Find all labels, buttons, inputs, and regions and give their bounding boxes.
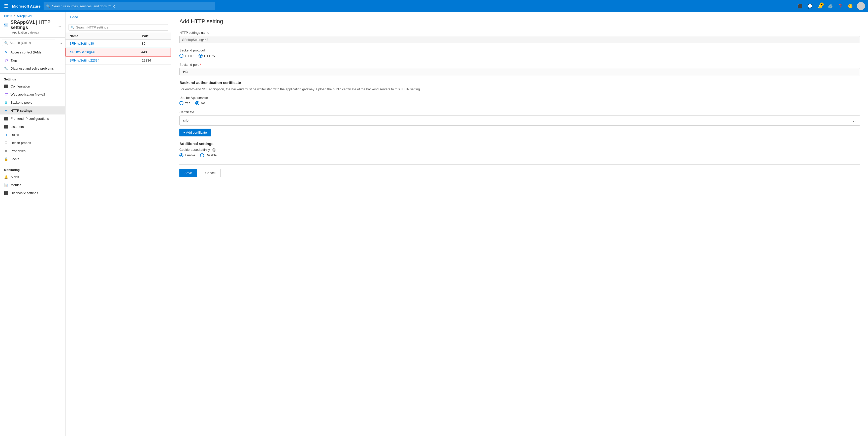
sidebar-item-label-diagnose: Diagnose and solve problems [10,66,54,70]
list-table: Name Port SRHttpSetting80 80 SRHttpSetti… [65,32,171,436]
breadcrumb-home[interactable]: Home [4,14,12,18]
global-search[interactable]: 🔍 [43,2,215,10]
sidebar-item-diagnose[interactable]: 🔧 Diagnose and solve problems [0,64,65,72]
sidebar-item-label-access-control: Access control (IAM) [10,51,41,54]
form-actions: Save Cancel [179,165,860,177]
sidebar-item-health-probes[interactable]: ♡ Health probes [0,139,65,147]
cert-more-icon[interactable]: ... [851,118,856,123]
sidebar-item-label-tags: Tags [10,58,18,62]
sidebar-item-configuration[interactable]: ⬛ Configuration [0,82,65,90]
sidebar-item-locks[interactable]: 🔒 Locks [0,155,65,163]
save-button[interactable]: Save [179,169,197,177]
sidebar-item-frontend-ip[interactable]: ⬛ Frontend IP configurations [0,115,65,122]
shield-icon: 🛡 [4,92,8,96]
cloud-shell-icon[interactable]: ⬛ [796,1,805,10]
table-cell-name-1: SRHttpSetting443 [70,50,141,54]
app-service-no-radio[interactable]: No [195,101,205,105]
content-area: + Add 🔍 Name Port SRHttpSetting80 80 SRH… [65,12,868,436]
sidebar-item-listeners[interactable]: ⬛ Listeners [0,122,65,130]
sidebar-item-rules[interactable]: ⬆ Rules [0,130,65,139]
topbar-icons: ⬛ 💬 🔔 4 ⚙️ ❓ 😊 [796,1,865,10]
http-settings-icon: ≡ [4,109,8,113]
col-name-header: Name [69,34,142,38]
sidebar-item-alerts[interactable]: 🔔 Alerts [0,173,65,181]
protocol-http-radio[interactable]: HTTP [179,54,193,58]
breadcrumb-resource[interactable]: SRAppGV1 [17,14,32,18]
sidebar-collapse-icon[interactable]: « [57,40,65,46]
hamburger-icon[interactable]: ☰ [3,2,9,10]
sidebar-item-label-backend-pools: Backend pools [10,100,32,105]
cancel-button[interactable]: Cancel [200,169,221,177]
sidebar-item-backend-pools[interactable]: ⊞ Backend pools [0,98,65,107]
affinity-enable-radio[interactable]: Enable [179,153,195,157]
settings-icon[interactable]: ⚙️ [826,1,835,10]
http-settings-name-input[interactable] [179,36,860,43]
sidebar-item-http-settings[interactable]: ≡ HTTP settings [0,107,65,115]
backend-pools-icon: ⊞ [4,100,8,105]
sidebar-item-label-frontend-ip: Frontend IP configurations [10,117,49,120]
affinity-disable-radio[interactable]: Disable [200,153,216,157]
list-search-input[interactable] [76,26,166,29]
form-group-backend-port: Backend port * [179,63,860,76]
table-row[interactable]: SRHttpSetting80 80 [65,39,171,48]
feedback-icon[interactable]: 💬 [806,1,814,10]
help-icon[interactable]: ❓ [836,1,845,10]
protocol-https-radio[interactable]: HTTPS [198,54,215,58]
add-certificate-button[interactable]: + Add certificate [179,128,211,137]
settings-section-label: Settings [0,75,65,82]
app-service-yes-radio[interactable]: Yes [179,101,190,105]
breadcrumb: Home > SRAppGV1 [4,14,61,18]
col-port-header: Port [142,34,167,38]
sidebar-item-label-diagnostic: Diagnostic settings [10,191,38,195]
wrench-icon: 🔧 [4,66,8,70]
resource-more-icon[interactable]: ... [57,23,61,28]
properties-icon: ≡ [4,149,8,153]
sidebar-item-metrics[interactable]: 📊 Metrics [0,181,65,189]
access-control-icon: ✕ [4,50,8,54]
affinity-disable-circle [200,153,204,157]
sidebar-search[interactable]: 🔍 [2,39,55,46]
resource-header: SRAppGV1 | HTTP settings ... Application… [0,18,65,37]
protocol-http-label: HTTP [185,54,193,58]
breadcrumb-sep: > [13,14,16,18]
list-search[interactable]: 🔍 [68,24,168,30]
sidebar-item-label-configuration: Configuration [10,85,30,88]
tag-icon: 🏷 [4,58,8,62]
sidebar-search-input[interactable] [9,41,53,45]
app-service-radio-group: Yes No [179,101,860,105]
table-row[interactable]: SRHttpSetting22334 22334 [65,57,171,64]
protocol-http-circle [179,54,183,58]
affinity-enable-label: Enable [185,153,195,157]
sidebar-item-label-http-settings: HTTP settings [10,109,32,113]
sidebar-item-tags[interactable]: 🏷 Tags [0,56,65,64]
table-row-selected[interactable]: SRHttpSetting443 443 [65,48,171,57]
frontend-ip-icon: ⬛ [4,116,8,120]
cookie-affinity-info-icon[interactable]: ⓘ [212,148,215,152]
diagnostic-icon: ⬛ [4,191,8,195]
search-icon: 🔍 [46,4,50,8]
smiley-icon[interactable]: 😊 [846,1,855,10]
sidebar-item-properties[interactable]: ≡ Properties [0,147,65,155]
notification-icon[interactable]: 🔔 4 [815,1,825,10]
sidebar-item-label-alerts: Alerts [10,175,19,179]
sidebar-item-label-metrics: Metrics [10,183,21,187]
affinity-enable-circle [179,153,183,157]
user-avatar[interactable] [857,2,865,10]
sidebar-item-label-health-probes: Health probes [10,141,31,145]
sidebar-item-label-locks: Locks [10,157,19,161]
sidebar-item-access-control[interactable]: ✕ Access control (IAM) [0,48,65,56]
table-cell-port-0: 80 [142,41,167,46]
detail-panel: Add HTTP setting HTTP settings name Back… [171,12,868,436]
protocol-https-circle [198,54,203,58]
resource-title-row: SRAppGV1 | HTTP settings ... [4,20,61,30]
monitoring-section-label: Monitoring [0,165,65,173]
global-search-input[interactable] [52,4,212,8]
app-service-no-label: No [201,101,205,105]
backend-port-input[interactable] [179,68,860,76]
sidebar-item-label-properties: Properties [10,149,26,153]
sidebar-item-label-rules: Rules [10,133,19,137]
sidebar-item-waf[interactable]: 🛡 Web application firewall [0,90,65,98]
add-button[interactable]: + Add [69,15,78,19]
cookie-affinity-radio-group: Enable Disable [179,153,860,157]
sidebar-item-diagnostic-settings[interactable]: ⬛ Diagnostic settings [0,189,65,197]
